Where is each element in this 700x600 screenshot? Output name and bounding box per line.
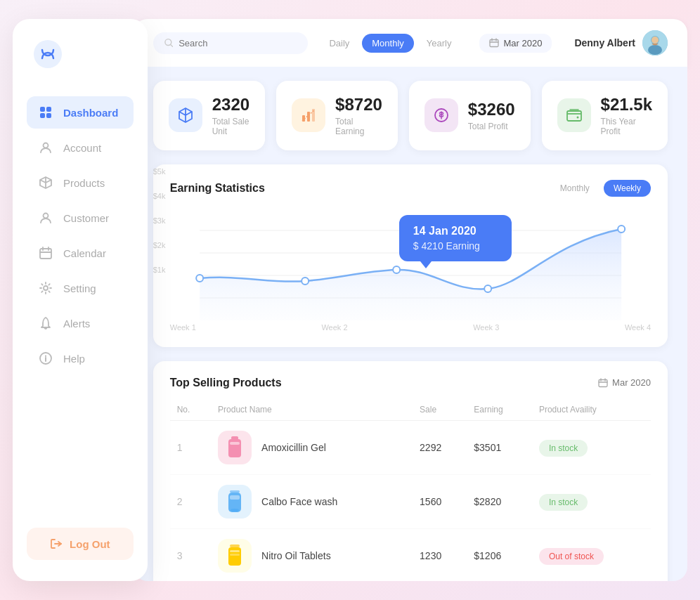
- svg-point-6: [44, 214, 48, 219]
- chart-period-weekly[interactable]: Weekly: [604, 180, 651, 197]
- chart-period-monthly[interactable]: Monthly: [550, 180, 599, 197]
- product-earning: $1206: [467, 528, 532, 581]
- stat-value-sale-unit: 2320: [212, 95, 249, 115]
- col-product-name: Product Name: [211, 399, 413, 421]
- logout-icon: [50, 537, 63, 550]
- stat-card-year-profit: $21.5k This Year Profit: [542, 81, 668, 150]
- product-status: In stock: [539, 494, 588, 511]
- svg-rect-3: [40, 113, 45, 118]
- sidebar-item-dashboard[interactable]: Dashboard: [27, 96, 134, 129]
- row-no: 1: [177, 442, 183, 453]
- product-thumb: [218, 485, 252, 519]
- stat-card-earning: $8720 Total Earning: [276, 81, 398, 150]
- period-daily[interactable]: Daily: [319, 34, 359, 53]
- product-cell: Nitro Oil Tablets: [218, 539, 406, 573]
- x-label-week2: Week 2: [321, 323, 347, 332]
- stat-card-profit: $3260 Total Profit: [409, 81, 531, 150]
- svg-point-21: [576, 117, 578, 119]
- svg-rect-2: [46, 107, 51, 112]
- search-input[interactable]: [179, 38, 297, 48]
- product-image-tablets: [225, 543, 245, 568]
- svg-rect-20: [567, 111, 581, 121]
- info-icon: [38, 351, 53, 366]
- x-label-week3: Week 3: [473, 323, 499, 332]
- product-name: Amoxicillin Gel: [261, 442, 326, 453]
- logout-button[interactable]: Log Out: [27, 528, 134, 560]
- svg-point-30: [618, 226, 625, 233]
- search-bar[interactable]: [153, 32, 309, 54]
- sidebar-item-label: Setting: [63, 282, 96, 294]
- sidebar-item-label: Account: [63, 142, 101, 154]
- product-name: Nitro Oil Tablets: [261, 550, 331, 561]
- period-monthly[interactable]: Monthly: [362, 34, 414, 53]
- product-thumb: [218, 431, 252, 464]
- product-earning: $3501: [467, 420, 532, 474]
- stat-label-year-profit: This Year Profit: [601, 117, 652, 136]
- chart-icon: [300, 107, 317, 124]
- product-sale: 2292: [413, 420, 467, 474]
- stat-info-earning: $8720 Total Earning: [335, 95, 382, 136]
- sidebar-item-help[interactable]: Help: [27, 342, 134, 374]
- table-row: 3: [170, 528, 651, 581]
- box-icon: [38, 175, 53, 190]
- user-icon: [38, 140, 53, 155]
- grid-icon: [38, 105, 53, 120]
- x-label-week4: Week 4: [625, 323, 651, 332]
- stat-value-profit: $3260: [468, 100, 515, 120]
- sidebar-item-label: Alerts: [63, 318, 90, 330]
- topbar: Daily Monthly Yearly Mar 2020 Denny Albe…: [134, 19, 687, 67]
- logo-icon: [34, 40, 62, 68]
- chart-header: Earning Statistics Monthly Weekly: [170, 180, 651, 197]
- products-table: No. Product Name Sale Earning Product Av…: [170, 399, 651, 581]
- products-table-section: Top Selling Products Mar 2020 No. Produ: [153, 361, 668, 581]
- sidebar: Dashboard Account: [13, 19, 148, 581]
- product-sale: 1560: [413, 474, 467, 528]
- stat-label-profit: Total Profit: [468, 122, 515, 131]
- sidebar-item-alerts[interactable]: Alerts: [27, 307, 134, 339]
- x-label-week1: Week 1: [170, 323, 196, 332]
- sidebar-item-products[interactable]: Products: [27, 167, 134, 199]
- sidebar-item-label: Products: [63, 177, 105, 189]
- sidebar-item-label: Calendar: [63, 247, 106, 259]
- sidebar-item-customer[interactable]: Customer: [27, 202, 134, 234]
- dashboard-body: 2320 Total Sale Unit $8720: [134, 67, 687, 581]
- svg-point-8: [44, 286, 48, 290]
- product-cell: Amoxicillin Gel: [218, 431, 406, 464]
- tooltip-earning: $ 4210 Earning: [413, 240, 498, 252]
- sidebar-item-calendar[interactable]: Calendar: [27, 237, 134, 269]
- product-status: In stock: [539, 440, 588, 457]
- user-info: Denny Albert: [574, 30, 668, 56]
- stat-label-sale-unit: Total Sale Unit: [212, 117, 249, 136]
- stats-row: 2320 Total Sale Unit $8720: [153, 81, 668, 150]
- svg-point-0: [34, 40, 62, 68]
- row-no: 2: [177, 496, 183, 507]
- svg-rect-37: [230, 495, 240, 500]
- chart-tooltip: 14 Jan 2020 $ 4210 Earning: [399, 215, 512, 261]
- sale-unit-icon-wrap: [169, 98, 202, 132]
- bell-icon: [38, 315, 53, 331]
- table-date-label: Mar 2020: [612, 377, 651, 388]
- table-calendar-icon: [598, 378, 608, 388]
- product-name: Calbo Face wash: [261, 496, 337, 507]
- gear-icon: [38, 280, 53, 296]
- avatar: [642, 30, 668, 56]
- stat-label-earning: Total Earning: [335, 117, 382, 136]
- year-profit-icon-wrap: [557, 98, 591, 132]
- stat-info-year-profit: $21.5k This Year Profit: [601, 95, 652, 136]
- period-yearly[interactable]: Yearly: [417, 34, 462, 53]
- stat-info-profit: $3260 Total Profit: [468, 100, 515, 131]
- svg-rect-7: [40, 249, 51, 259]
- main-content: Daily Monthly Yearly Mar 2020 Denny Albe…: [134, 19, 687, 581]
- col-availity: Product Availity: [532, 399, 651, 421]
- tooltip-date: 14 Jan 2020: [413, 225, 498, 237]
- sidebar-item-account[interactable]: Account: [27, 131, 134, 164]
- svg-point-28: [393, 266, 400, 273]
- logo: [27, 40, 134, 68]
- svg-rect-31: [599, 379, 607, 386]
- y-label-5k: $5k: [153, 167, 176, 176]
- product-cell: Calbo Face wash: [218, 485, 406, 519]
- product-image-facewash: [224, 489, 245, 514]
- user-name: Denny Albert: [574, 37, 635, 48]
- sidebar-item-setting[interactable]: Setting: [27, 272, 134, 304]
- date-badge: Mar 2020: [479, 34, 552, 53]
